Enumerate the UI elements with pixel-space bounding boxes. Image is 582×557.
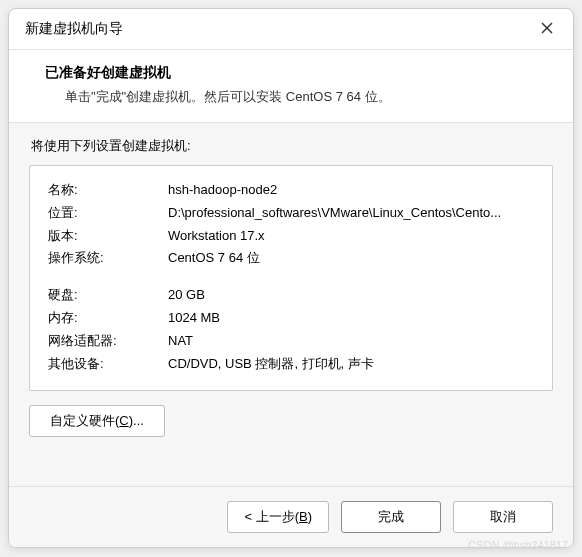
summary-row: 位置: D:\professional_softwares\VMware\Lin…	[48, 203, 534, 224]
settings-summary-box: 名称: hsh-hadoop-node2 位置: D:\professional…	[29, 165, 553, 391]
footer: < 上一步(B) 完成 取消	[9, 486, 573, 547]
close-button[interactable]	[537, 19, 557, 39]
titlebar: 新建虚拟机向导	[9, 9, 573, 50]
summary-row: 名称: hsh-hadoop-node2	[48, 180, 534, 201]
back-button[interactable]: < 上一步(B)	[227, 501, 329, 533]
summary-row: 硬盘: 20 GB	[48, 285, 534, 306]
summary-value: CD/DVD, USB 控制器, 打印机, 声卡	[168, 354, 534, 375]
customize-row: 自定义硬件(C)...	[29, 405, 553, 437]
settings-intro: 将使用下列设置创建虚拟机:	[31, 137, 553, 155]
summary-label: 操作系统:	[48, 248, 168, 269]
summary-label: 硬盘:	[48, 285, 168, 306]
summary-row: 操作系统: CentOS 7 64 位	[48, 248, 534, 269]
summary-label: 网络适配器:	[48, 331, 168, 352]
finish-button[interactable]: 完成	[341, 501, 441, 533]
summary-value: hsh-hadoop-node2	[168, 180, 534, 201]
summary-row: 内存: 1024 MB	[48, 308, 534, 329]
summary-label: 内存:	[48, 308, 168, 329]
header-title: 已准备好创建虚拟机	[45, 64, 549, 82]
header-section: 已准备好创建虚拟机 单击"完成"创建虚拟机。然后可以安装 CentOS 7 64…	[9, 50, 573, 122]
customize-hardware-button[interactable]: 自定义硬件(C)...	[29, 405, 165, 437]
summary-label: 其他设备:	[48, 354, 168, 375]
summary-value: 20 GB	[168, 285, 534, 306]
summary-value: NAT	[168, 331, 534, 352]
summary-label: 版本:	[48, 226, 168, 247]
summary-value: Workstation 17.x	[168, 226, 534, 247]
content-area: 将使用下列设置创建虚拟机: 名称: hsh-hadoop-node2 位置: D…	[9, 122, 573, 486]
dialog-title: 新建虚拟机向导	[25, 20, 123, 38]
summary-value: CentOS 7 64 位	[168, 248, 534, 269]
summary-row: 网络适配器: NAT	[48, 331, 534, 352]
summary-row: 其他设备: CD/DVD, USB 控制器, 打印机, 声卡	[48, 354, 534, 375]
header-subtitle: 单击"完成"创建虚拟机。然后可以安装 CentOS 7 64 位。	[45, 88, 549, 106]
new-vm-wizard-dialog: 新建虚拟机向导 已准备好创建虚拟机 单击"完成"创建虚拟机。然后可以安装 Cen…	[8, 8, 574, 548]
summary-value: D:\professional_softwares\VMware\Linux_C…	[168, 203, 534, 224]
summary-label: 名称:	[48, 180, 168, 201]
summary-label: 位置:	[48, 203, 168, 224]
summary-value: 1024 MB	[168, 308, 534, 329]
close-icon	[541, 20, 553, 38]
cancel-button[interactable]: 取消	[453, 501, 553, 533]
summary-row: 版本: Workstation 17.x	[48, 226, 534, 247]
spacer	[48, 271, 534, 285]
